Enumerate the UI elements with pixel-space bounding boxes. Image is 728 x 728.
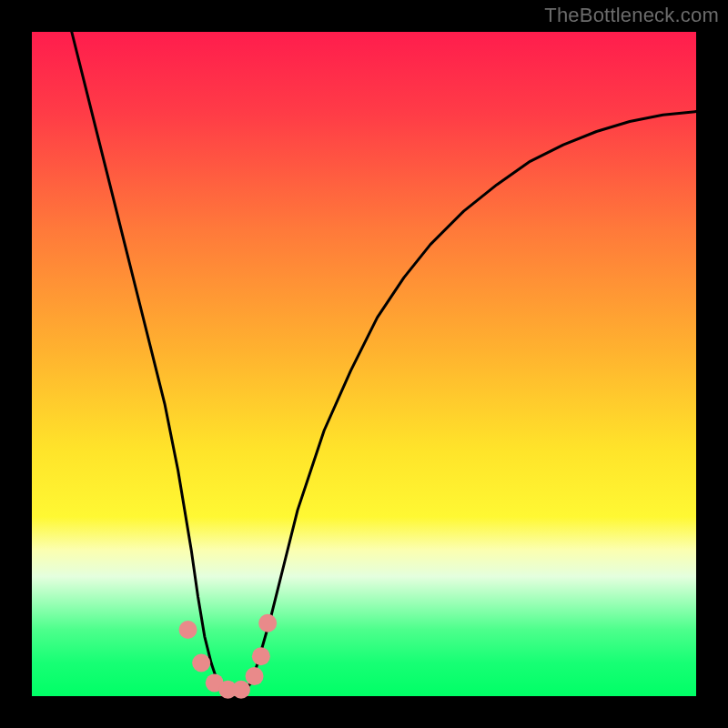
watermark-text: TheBottleneck.com — [544, 4, 719, 27]
data-marker — [192, 654, 210, 672]
data-marker — [252, 647, 270, 665]
outer-frame: TheBottleneck.com — [0, 0, 728, 728]
data-marker — [232, 681, 250, 699]
bottleneck-chart — [0, 0, 728, 728]
data-marker — [246, 667, 264, 685]
data-marker — [258, 614, 277, 632]
data-marker — [179, 621, 197, 639]
